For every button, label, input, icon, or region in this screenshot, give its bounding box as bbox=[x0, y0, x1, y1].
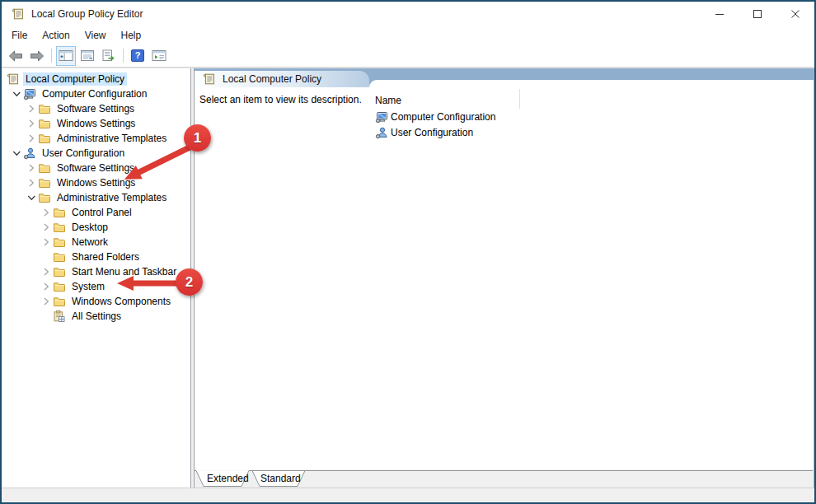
tree-item-start-menu-and-taskbar[interactable]: Start Menu and Taskbar bbox=[2, 264, 190, 279]
scroll-icon bbox=[7, 72, 20, 86]
tree-item-computer-configuration[interactable]: Computer Configuration bbox=[2, 86, 190, 101]
tab-standard[interactable]: Standard bbox=[260, 473, 301, 484]
tree-item-label: Start Menu and Taskbar bbox=[69, 265, 179, 278]
chevron-right-icon[interactable] bbox=[40, 295, 53, 308]
tree-item-administrative-templates[interactable]: Administrative Templates bbox=[2, 190, 190, 205]
back-arrow-button[interactable] bbox=[6, 46, 26, 66]
minimize-button[interactable] bbox=[701, 2, 739, 26]
show-console-tree-icon bbox=[59, 49, 73, 62]
tree-item-local-computer-policy[interactable]: Local Computer Policy bbox=[2, 72, 190, 86]
svg-text:?: ? bbox=[135, 50, 141, 60]
tab-extended[interactable]: Extended bbox=[207, 473, 249, 484]
close-button[interactable] bbox=[776, 2, 814, 26]
show-console-tree-button[interactable] bbox=[56, 46, 76, 66]
chevron-right-icon[interactable] bbox=[40, 236, 53, 249]
chevron-right-icon[interactable] bbox=[25, 102, 38, 115]
help-button[interactable]: ? bbox=[128, 46, 148, 66]
chevron-right-icon[interactable] bbox=[25, 132, 38, 145]
tree-item-label: System bbox=[69, 280, 107, 293]
tree-item-software-settings[interactable]: Software Settings bbox=[2, 101, 190, 116]
back-arrow-icon bbox=[8, 50, 23, 62]
export-list-icon bbox=[101, 49, 116, 62]
chevron-placeholder bbox=[40, 250, 53, 264]
annotation-badge-1: 1 bbox=[184, 124, 211, 152]
forward-arrow-button[interactable] bbox=[27, 46, 47, 66]
tree-item-user-configuration[interactable]: User Configuration bbox=[2, 146, 190, 161]
properties-icon bbox=[80, 49, 95, 62]
details-header-title: Local Computer Policy bbox=[223, 73, 321, 85]
tree-item-all-settings[interactable]: All Settings bbox=[2, 309, 190, 324]
column-divider[interactable] bbox=[519, 89, 520, 109]
details-pane: Local Computer Policy Select an item to … bbox=[194, 68, 814, 488]
chevron-down-icon[interactable] bbox=[10, 147, 23, 160]
minimize-icon bbox=[715, 9, 725, 19]
properties-button[interactable] bbox=[77, 46, 97, 66]
title-bar: Local Group Policy Editor bbox=[2, 2, 814, 26]
list-item-label: User Configuration bbox=[391, 127, 473, 138]
folder-icon bbox=[53, 236, 66, 249]
folder-icon bbox=[53, 280, 66, 293]
tree-item-desktop[interactable]: Desktop bbox=[2, 220, 190, 235]
tree-item-administrative-templates[interactable]: Administrative Templates bbox=[2, 131, 190, 146]
tree-item-label: Administrative Templates bbox=[54, 191, 169, 204]
folder-icon bbox=[53, 250, 66, 264]
menu-action[interactable]: Action bbox=[35, 28, 77, 43]
close-icon bbox=[790, 9, 800, 19]
description-text: Select an item to view its description. bbox=[199, 94, 362, 105]
tree-item-control-panel[interactable]: Control Panel bbox=[2, 205, 190, 220]
tree-item-software-settings[interactable]: Software Settings bbox=[2, 161, 190, 175]
folder-icon bbox=[38, 117, 51, 130]
chevron-right-icon[interactable] bbox=[40, 221, 53, 234]
chevron-down-icon[interactable] bbox=[25, 191, 38, 204]
tree-item-label: Desktop bbox=[69, 221, 110, 234]
chevron-right-icon[interactable] bbox=[40, 280, 53, 293]
menu-view[interactable]: View bbox=[77, 28, 114, 43]
folder-icon bbox=[53, 295, 66, 308]
details-header-title-tab: Local Computer Policy bbox=[195, 71, 369, 87]
scroll-icon bbox=[12, 7, 25, 21]
show-extended-view-button[interactable] bbox=[149, 46, 169, 66]
chevron-right-icon[interactable] bbox=[40, 265, 53, 278]
tree-item-label: Control Panel bbox=[69, 206, 134, 219]
scroll-icon bbox=[203, 72, 216, 86]
tree-item-label: Software Settings bbox=[54, 102, 137, 115]
tree-item-label: Shared Folders bbox=[69, 250, 142, 264]
window-title: Local Group Policy Editor bbox=[31, 8, 143, 20]
user-icon bbox=[23, 147, 36, 160]
tree-item-windows-settings[interactable]: Windows Settings bbox=[2, 175, 190, 190]
status-bar bbox=[2, 488, 814, 502]
tree-item-label: Network bbox=[69, 236, 110, 249]
tree-item-windows-settings[interactable]: Windows Settings bbox=[2, 116, 190, 131]
chevron-down-icon[interactable] bbox=[10, 87, 23, 100]
forward-arrow-icon bbox=[30, 50, 45, 62]
allsettings-icon bbox=[53, 310, 66, 323]
maximize-button[interactable] bbox=[739, 2, 776, 26]
list-item-label: Computer Configuration bbox=[391, 111, 495, 123]
annotation-badge-2: 2 bbox=[176, 268, 203, 296]
tree-item-system[interactable]: System bbox=[2, 279, 190, 294]
tree-item-label: All Settings bbox=[69, 310, 124, 323]
tree-item-shared-folders[interactable]: Shared Folders bbox=[2, 250, 190, 264]
items-list: Name Computer ConfigurationUser Configur… bbox=[375, 91, 495, 140]
tree-item-network[interactable]: Network bbox=[2, 235, 190, 250]
column-header-name[interactable]: Name bbox=[375, 91, 495, 109]
tree-item-label: Software Settings bbox=[54, 161, 137, 175]
chevron-right-icon[interactable] bbox=[25, 176, 38, 189]
export-list-button[interactable] bbox=[99, 46, 119, 66]
chevron-right-icon[interactable] bbox=[40, 206, 53, 219]
tree-item-label: Windows Settings bbox=[54, 176, 138, 189]
list-item-computer-configuration[interactable]: Computer Configuration bbox=[375, 109, 495, 124]
menu-file[interactable]: File bbox=[4, 28, 35, 43]
user-icon bbox=[375, 126, 388, 139]
toolbar-separator bbox=[123, 49, 124, 63]
menu-bar: FileActionViewHelp bbox=[2, 26, 814, 44]
tree-item-label: Windows Components bbox=[69, 295, 173, 308]
list-item-user-configuration[interactable]: User Configuration bbox=[375, 124, 495, 140]
chevron-right-icon[interactable] bbox=[25, 117, 38, 130]
folder-icon bbox=[38, 176, 51, 189]
tree-item-windows-components[interactable]: Windows Components bbox=[2, 294, 190, 309]
tree-item-label: Local Computer Policy bbox=[23, 72, 127, 86]
toolbar-separator bbox=[51, 49, 52, 63]
chevron-right-icon[interactable] bbox=[25, 161, 38, 175]
menu-help[interactable]: Help bbox=[114, 28, 149, 43]
